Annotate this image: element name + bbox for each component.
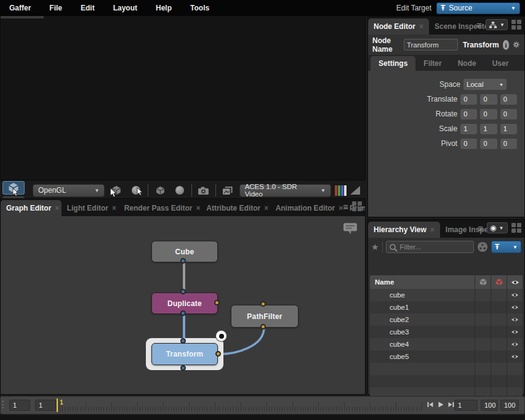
translate-y-field[interactable]: 0 bbox=[480, 94, 497, 105]
pathfilter-output-plug[interactable] bbox=[260, 324, 266, 329]
space-dropdown[interactable]: Local ▼ bbox=[463, 79, 507, 90]
close-icon[interactable]: × bbox=[430, 225, 435, 234]
playhead[interactable] bbox=[57, 398, 58, 412]
subtab-node[interactable]: Node bbox=[450, 56, 484, 71]
skip-start-icon[interactable] bbox=[427, 401, 434, 408]
menu-layout[interactable]: Layout bbox=[104, 4, 146, 12]
scene-view-button[interactable] bbox=[220, 183, 236, 198]
frame-end-field[interactable] bbox=[500, 400, 519, 411]
translate-z-field[interactable]: 0 bbox=[500, 94, 517, 105]
visibility-toggle[interactable] bbox=[507, 338, 523, 350]
tab-node-editor[interactable]: Node Editor × bbox=[368, 18, 429, 34]
close-icon[interactable]: × bbox=[112, 204, 116, 212]
node-name-input[interactable] bbox=[404, 39, 458, 50]
visibility-toggle[interactable] bbox=[507, 350, 523, 363]
collapse-all-icon[interactable] bbox=[477, 241, 488, 252]
drag-object-button[interactable] bbox=[108, 183, 124, 198]
timeline-ruler[interactable] bbox=[60, 399, 424, 411]
star-icon[interactable]: ★ bbox=[371, 242, 379, 252]
visibility-toggle[interactable] bbox=[507, 289, 523, 301]
contrast-icon[interactable] bbox=[350, 186, 360, 195]
comment-icon[interactable] bbox=[343, 222, 358, 235]
visibility-toggle[interactable] bbox=[507, 301, 523, 313]
rotate-z-field[interactable]: 0 bbox=[500, 109, 517, 119]
range-start-field[interactable] bbox=[454, 400, 478, 411]
graph-canvas[interactable]: Cube Duplicate PathFilter Transform bbox=[1, 216, 365, 394]
hierarchy-row-cube4[interactable]: cube4 bbox=[370, 338, 523, 350]
duplicate-output-plug[interactable] bbox=[180, 310, 186, 316]
edit-target-dropdown[interactable]: Ŧ Source ▼ bbox=[436, 2, 520, 14]
visibility-column-header[interactable] bbox=[507, 275, 523, 289]
rgb-channels-icon[interactable] bbox=[335, 185, 347, 196]
close-icon[interactable]: × bbox=[55, 204, 59, 212]
translate-x-field[interactable]: 0 bbox=[460, 94, 477, 105]
subtab-user[interactable]: User bbox=[484, 56, 517, 71]
layout-grid-icon[interactable] bbox=[511, 20, 521, 30]
info-icon[interactable]: i bbox=[503, 40, 510, 50]
pathfilter-input-plug[interactable] bbox=[260, 301, 266, 307]
shading-cube-button[interactable] bbox=[152, 183, 168, 198]
colorspace-dropdown[interactable]: ACES 1.0 - SDR Video ▼ bbox=[239, 184, 331, 197]
filter-input[interactable] bbox=[386, 241, 474, 253]
pivot-y-field[interactable]: 0 bbox=[480, 139, 497, 149]
transform-input-plug[interactable] bbox=[180, 338, 186, 344]
shading-sphere-button[interactable] bbox=[172, 183, 188, 198]
focus-ring-icon[interactable] bbox=[216, 331, 226, 341]
hamburger-icon[interactable]: ≡ bbox=[343, 202, 348, 211]
close-icon[interactable]: × bbox=[196, 204, 200, 212]
frame-start-field[interactable] bbox=[9, 400, 30, 411]
close-icon[interactable]: × bbox=[264, 204, 268, 212]
current-frame-field[interactable] bbox=[35, 400, 56, 411]
scale-z-field[interactable]: 1 bbox=[500, 124, 517, 134]
node-set-dropdown[interactable]: ▼ bbox=[486, 19, 508, 30]
visibility-toggle[interactable] bbox=[507, 326, 523, 338]
close-icon[interactable]: × bbox=[419, 22, 423, 31]
menu-file[interactable]: File bbox=[40, 4, 71, 12]
range-end-field[interactable] bbox=[481, 400, 498, 411]
pivot-x-field[interactable]: 0 bbox=[460, 139, 477, 149]
exclusions-column-header[interactable] bbox=[491, 275, 507, 289]
camera-settings-button[interactable] bbox=[196, 183, 212, 198]
inclusions-column-header[interactable] bbox=[475, 275, 491, 289]
tab-graph-editor[interactable]: Graph Editor × bbox=[1, 200, 62, 216]
layout-grid-icon[interactable] bbox=[352, 201, 362, 211]
rotate-x-field[interactable]: 0 bbox=[460, 109, 477, 119]
renderer-dropdown[interactable]: OpenGL ▼ bbox=[33, 184, 105, 197]
visibility-toggle[interactable] bbox=[507, 313, 523, 326]
pin-filter-dropdown[interactable]: Ŧ ▼ bbox=[491, 241, 521, 253]
tab-light-editor[interactable]: Light Editor × bbox=[62, 200, 119, 216]
select-tool-button[interactable] bbox=[2, 181, 25, 195]
play-icon[interactable] bbox=[437, 401, 444, 408]
gear-icon[interactable] bbox=[513, 39, 520, 50]
layout-grid-icon[interactable] bbox=[511, 223, 521, 233]
scale-x-field[interactable]: 1 bbox=[460, 124, 477, 134]
menu-help[interactable]: Help bbox=[146, 4, 181, 12]
menu-edit[interactable]: Edit bbox=[71, 4, 104, 12]
pivot-z-field[interactable]: 0 bbox=[500, 139, 517, 149]
transform-output-plug[interactable] bbox=[180, 365, 186, 371]
menu-gaffer[interactable]: Gaffer bbox=[0, 4, 40, 12]
hamburger-icon[interactable]: ≡ bbox=[476, 20, 482, 30]
graph-node-transform[interactable]: Transform bbox=[151, 343, 218, 365]
hamburger-icon[interactable]: ≡ bbox=[478, 224, 483, 233]
transform-filter-plug[interactable] bbox=[215, 351, 221, 357]
tab-hierarchy-view[interactable]: Hierarchy View × bbox=[368, 222, 440, 238]
tab-animation-editor[interactable]: Animation Editor × bbox=[270, 200, 344, 216]
drag-pointer-button[interactable] bbox=[128, 183, 144, 198]
hierarchy-row-cube[interactable]: cube bbox=[370, 289, 523, 301]
menu-tools[interactable]: Tools bbox=[181, 4, 218, 12]
duplicate-filter-plug[interactable] bbox=[214, 300, 220, 305]
scale-y-field[interactable]: 1 bbox=[480, 124, 497, 134]
subtab-filter[interactable]: Filter bbox=[415, 56, 449, 71]
hierarchy-row-cube2[interactable]: cube2 bbox=[370, 313, 523, 326]
name-column-header[interactable]: Name bbox=[370, 278, 475, 286]
hierarchy-row-cube1[interactable]: cube1 bbox=[370, 301, 523, 313]
cube-output-plug[interactable] bbox=[180, 258, 186, 264]
splitter-handle[interactable]: ••• bbox=[2, 400, 4, 410]
rotate-y-field[interactable]: 0 bbox=[480, 109, 497, 119]
tab-attribute-editor[interactable]: Attribute Editor × bbox=[201, 200, 270, 216]
duplicate-input-plug[interactable] bbox=[180, 289, 186, 294]
focus-mode-dropdown[interactable]: ◉ ▼ bbox=[487, 222, 508, 233]
subtab-settings[interactable]: Settings bbox=[371, 56, 415, 71]
hierarchy-row-cube3[interactable]: cube3 bbox=[370, 326, 523, 338]
